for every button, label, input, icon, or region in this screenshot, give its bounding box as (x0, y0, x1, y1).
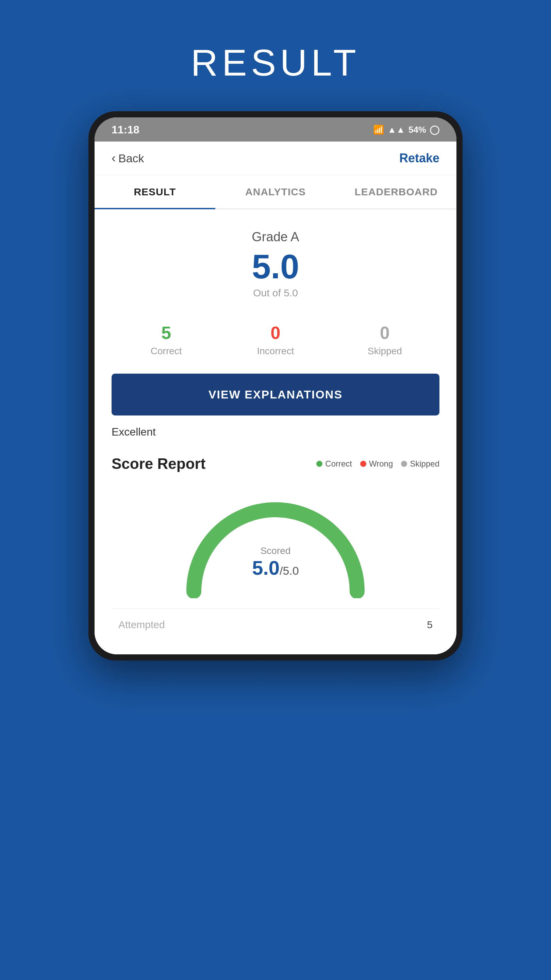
grade-section: Grade A 5.0 Out of 5.0 (111, 223, 440, 309)
legend-dot-wrong (360, 461, 366, 467)
legend-correct: Correct (316, 459, 352, 469)
attempted-label: Attempted (118, 619, 165, 630)
legend-wrong: Wrong (360, 459, 393, 469)
legend-correct-label: Correct (325, 459, 352, 469)
out-of-label: Out of 5.0 (111, 287, 440, 299)
bottom-stats: Attempted 5 (111, 608, 440, 637)
score-report-section: Score Report Correct Wrong Skipped (111, 452, 440, 637)
back-label: Back (118, 152, 144, 165)
gauge-container: Scored 5.0/5.0 (111, 482, 440, 601)
stats-row: 5 Correct 0 Incorrect 0 Skipped (111, 323, 440, 356)
wifi-icon: 📶 (373, 124, 384, 135)
stat-incorrect: 0 Incorrect (221, 323, 330, 356)
legend-skipped: Skipped (401, 459, 440, 469)
phone-screen: 11:18 📶 ▲▲ 54% ◯ ‹ Back Retake RESULT AN… (95, 118, 456, 654)
skipped-count: 0 (330, 323, 440, 343)
attempted-value: 5 (427, 619, 433, 630)
page-title: RESULT (191, 41, 360, 84)
skipped-label: Skipped (330, 346, 440, 356)
tabs-container: RESULT ANALYTICS LEADERBOARD (95, 175, 456, 209)
stat-skipped: 0 Skipped (330, 323, 440, 356)
battery-percentage: 54% (408, 124, 426, 135)
tab-result[interactable]: RESULT (95, 175, 215, 208)
nav-bar: ‹ Back Retake (95, 142, 456, 175)
gauge-scored-label: Scored (252, 546, 299, 556)
correct-label: Correct (111, 346, 221, 356)
gauge-score-total: /5.0 (279, 564, 299, 577)
gauge-score-value: 5.0 (252, 557, 279, 579)
signal-icon: ▲▲ (387, 124, 405, 135)
legend-skipped-label: Skipped (410, 459, 440, 469)
back-button[interactable]: ‹ Back (111, 151, 144, 165)
grade-label: Grade A (111, 230, 440, 244)
stat-correct: 5 Correct (111, 323, 221, 356)
status-time: 11:18 (111, 124, 140, 136)
score-report-title: Score Report (111, 455, 205, 472)
legend-wrong-label: Wrong (369, 459, 393, 469)
view-explanations-button[interactable]: VIEW EXPLANATIONS (111, 374, 440, 415)
correct-count: 5 (111, 323, 221, 343)
excellent-text: Excellent (111, 426, 440, 438)
content-area: Grade A 5.0 Out of 5.0 5 Correct 0 Incor… (95, 209, 456, 654)
gauge-svg (173, 489, 378, 598)
score-report-header: Score Report Correct Wrong Skipped (111, 455, 440, 472)
incorrect-label: Incorrect (221, 346, 330, 356)
back-chevron-icon: ‹ (111, 151, 116, 165)
incorrect-count: 0 (221, 323, 330, 343)
legend: Correct Wrong Skipped (316, 459, 440, 469)
score-value: 5.0 (111, 248, 440, 285)
status-bar: 11:18 📶 ▲▲ 54% ◯ (95, 118, 456, 142)
phone-frame: 11:18 📶 ▲▲ 54% ◯ ‹ Back Retake RESULT AN… (89, 111, 462, 660)
tab-analytics[interactable]: ANALYTICS (215, 175, 336, 208)
legend-dot-skipped (401, 461, 407, 467)
legend-dot-correct (316, 461, 322, 467)
gauge-center-text: Scored 5.0/5.0 (252, 546, 299, 579)
battery-icon: ◯ (430, 124, 440, 135)
retake-button[interactable]: Retake (399, 151, 440, 165)
status-icons: 📶 ▲▲ 54% ◯ (373, 124, 440, 135)
tab-leaderboard[interactable]: LEADERBOARD (336, 175, 456, 208)
